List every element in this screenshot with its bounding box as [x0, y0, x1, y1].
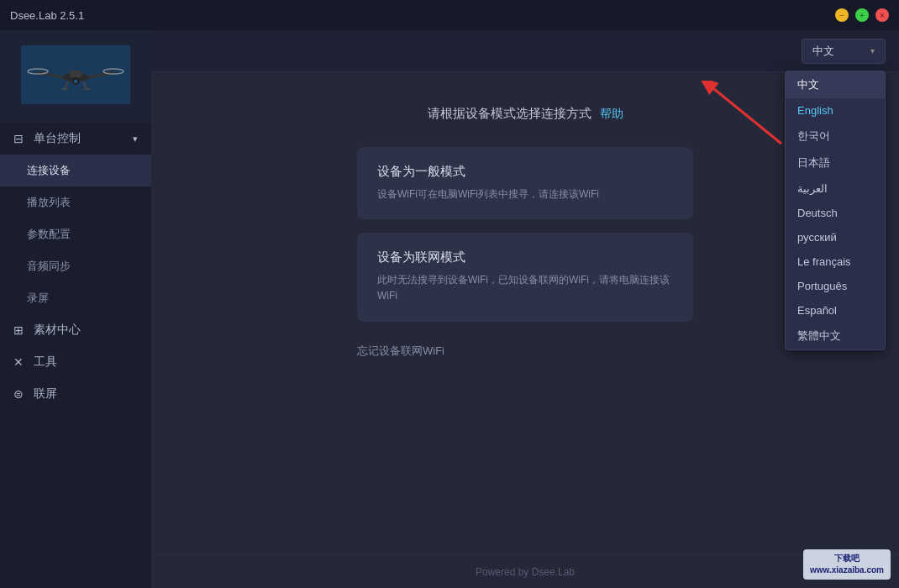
maximize-button[interactable]: +: [855, 8, 869, 22]
close-button[interactable]: ×: [875, 8, 889, 22]
forget-wifi-link[interactable]: 忘记设备联网WiFi: [357, 344, 444, 359]
lang-option-zht[interactable]: 繁體中文: [786, 323, 885, 349]
instruction-text: 请根据设备模式选择连接方式: [428, 106, 591, 122]
lang-option-pt[interactable]: Português: [786, 274, 885, 298]
content-area: 中文 ▾ 中文 English 한국어 日本語 العربية Deutsch …: [151, 30, 899, 588]
language-dropdown: 中文 English 한국어 日本語 العربية Deutsch русск…: [785, 71, 886, 350]
lang-option-ru[interactable]: русский: [786, 225, 885, 249]
svg-point-8: [74, 80, 77, 83]
normal-mode-card[interactable]: 设备为一般模式 设备WiFi可在电脑WiFi列表中搜寻，请连接该WiFi: [357, 147, 693, 219]
sidebar-group-screens-label: 联屏: [34, 386, 57, 402]
main-layout: ⊟ 单台控制 ▾ 连接设备 播放列表 参数配置 音频同步 录屏 ⊞ 素材中心: [0, 30, 899, 588]
sidebar-item-connect-device[interactable]: 连接设备: [0, 155, 151, 186]
lang-option-zh[interactable]: 中文: [786, 71, 885, 98]
chevron-down-icon: ▾: [870, 46, 875, 55]
sidebar-group-single-control[interactable]: ⊟ 单台控制 ▾: [0, 123, 151, 155]
minimize-button[interactable]: −: [835, 8, 849, 22]
app-title: Dsee.Lab 2.5.1: [10, 9, 84, 22]
language-current-label: 中文: [812, 44, 834, 59]
logo-area: [0, 30, 151, 123]
titlebar: Dsee.Lab 2.5.1 − + ×: [0, 0, 899, 30]
lang-option-de[interactable]: Deutsch: [786, 201, 885, 225]
footer-text: Powered by Dsee.Lab: [476, 566, 575, 578]
sidebar-group-label: 单台控制: [34, 131, 81, 146]
lan-mode-desc: 此时无法搜寻到设备WiFi，已知设备联网的WiFi，请将电脑连接该WiFi: [377, 272, 673, 304]
lang-option-ar[interactable]: العربية: [786, 176, 885, 201]
help-link[interactable]: 帮助: [600, 107, 623, 122]
normal-mode-desc: 设备WiFi可在电脑WiFi列表中搜寻，请连接该WiFi: [377, 186, 673, 202]
tools-icon: ✕: [13, 355, 24, 369]
language-selector[interactable]: 中文 ▾ 中文 English 한국어 日本語 العربية Deutsch …: [802, 39, 886, 64]
watermark-line2: www.xiazaiba.com: [810, 564, 884, 576]
window-controls: − + ×: [835, 8, 889, 22]
footer: Powered by Dsee.Lab: [151, 554, 899, 588]
lan-mode-title: 设备为联网模式: [377, 249, 673, 265]
lan-mode-card[interactable]: 设备为联网模式 此时无法搜寻到设备WiFi，已知设备联网的WiFi，请将电脑连接…: [357, 233, 693, 321]
drone-logo: [21, 45, 130, 108]
sidebar-item-param-config[interactable]: 参数配置: [0, 218, 151, 250]
sidebar: ⊟ 单台控制 ▾ 连接设备 播放列表 参数配置 音频同步 录屏 ⊞ 素材中心: [0, 30, 151, 588]
media-icon: ⊞: [13, 323, 24, 337]
sidebar-group-media-label: 素材中心: [34, 323, 81, 338]
sidebar-item-playlist[interactable]: 播放列表: [0, 186, 151, 218]
content-header: 中文 ▾ 中文 English 한국어 日本語 العربية Deutsch …: [151, 30, 899, 72]
lang-option-en[interactable]: English: [786, 98, 885, 123]
lang-option-ko[interactable]: 한국어: [786, 123, 885, 150]
sidebar-section-single-control: ⊟ 单台控制 ▾ 连接设备 播放列表 参数配置 音频同步 录屏: [0, 123, 151, 314]
sidebar-group-tools[interactable]: ✕ 工具: [0, 346, 151, 378]
language-button[interactable]: 中文 ▾: [802, 39, 886, 64]
sidebar-item-audio-sync[interactable]: 音频同步: [0, 250, 151, 282]
sidebar-group-tools-label: 工具: [34, 354, 57, 370]
watermark: 下载吧 www.xiazaiba.com: [803, 549, 891, 580]
connect-instruction: 请根据设备模式选择连接方式 帮助: [428, 106, 623, 122]
lang-option-es[interactable]: Español: [786, 298, 885, 323]
screens-icon: ⊜: [13, 387, 24, 401]
sidebar-item-recording[interactable]: 录屏: [0, 282, 151, 314]
lang-option-ja[interactable]: 日本語: [786, 150, 885, 176]
svg-rect-6: [70, 71, 81, 77]
joystick-icon: ⊟: [13, 132, 24, 145]
watermark-line1: 下载吧: [810, 553, 884, 564]
normal-mode-title: 设备为一般模式: [377, 164, 673, 180]
sidebar-group-media-center[interactable]: ⊞ 素材中心: [0, 314, 151, 346]
chevron-down-icon: ▾: [133, 134, 138, 144]
sidebar-group-multi-screen[interactable]: ⊜ 联屏: [0, 378, 151, 410]
lang-option-fr[interactable]: Le français: [786, 249, 885, 274]
